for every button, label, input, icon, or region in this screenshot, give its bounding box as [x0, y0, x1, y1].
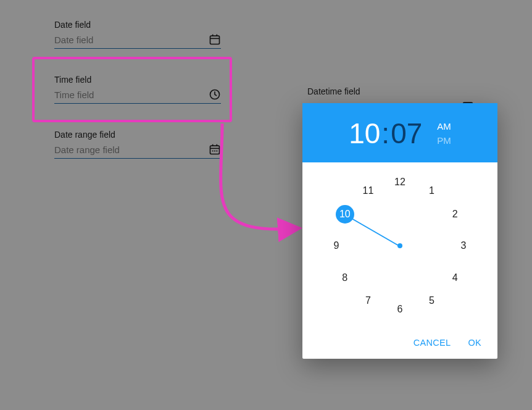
- clock-hour-6[interactable]: 6: [391, 300, 409, 319]
- clock-hour-12[interactable]: 12: [391, 173, 409, 191]
- am-toggle[interactable]: AM: [437, 121, 451, 132]
- time-minute-display[interactable]: 07: [391, 117, 422, 150]
- clock-hour-1[interactable]: 1: [423, 182, 441, 200]
- clock-hour-11[interactable]: 11: [359, 182, 378, 200]
- clock-center-dot: [397, 243, 402, 248]
- clock-hour-8[interactable]: 8: [336, 269, 354, 287]
- time-picker-dialog: 10 : 07 AM PM 121234567891011 CANCEL OK: [302, 103, 497, 359]
- time-picker-header: 10 : 07 AM PM: [302, 103, 497, 162]
- clock-hour-3[interactable]: 3: [454, 236, 473, 255]
- clock-hour-10[interactable]: 10: [336, 205, 354, 224]
- cancel-button[interactable]: CANCEL: [414, 338, 451, 348]
- clock-hour-4[interactable]: 4: [446, 269, 464, 287]
- clock-face[interactable]: 121234567891011: [329, 175, 471, 317]
- pm-toggle[interactable]: PM: [437, 135, 451, 146]
- clock-hour-7[interactable]: 7: [359, 291, 378, 310]
- clock-face-area: 121234567891011: [302, 162, 497, 329]
- clock-hour-9[interactable]: 9: [327, 236, 346, 255]
- clock-hand: [352, 218, 401, 247]
- clock-hour-5[interactable]: 5: [423, 291, 441, 310]
- ok-button[interactable]: OK: [468, 338, 481, 348]
- clock-hour-2[interactable]: 2: [446, 205, 464, 224]
- dialog-actions: CANCEL OK: [302, 329, 497, 359]
- time-colon: :: [381, 117, 389, 150]
- time-hour-display[interactable]: 10: [349, 117, 380, 150]
